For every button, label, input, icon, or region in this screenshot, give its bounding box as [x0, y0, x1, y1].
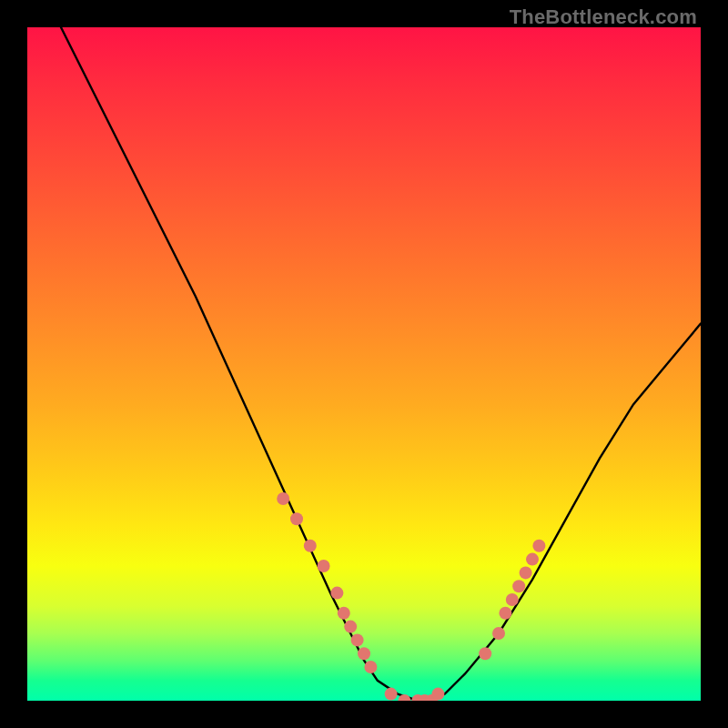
marker-dot — [499, 607, 511, 620]
chart-frame: TheBottleneck.com — [0, 0, 728, 728]
marker-dot — [318, 560, 330, 572]
marker-dot — [479, 647, 491, 660]
marker-dot — [358, 647, 370, 660]
chart-svg — [27, 27, 701, 701]
marker-dot — [304, 540, 317, 552]
data-markers — [277, 492, 545, 701]
marker-dot — [385, 688, 398, 701]
plot-area — [27, 27, 701, 701]
marker-dot — [277, 492, 289, 505]
marker-dot — [492, 627, 505, 640]
marker-dot — [532, 540, 545, 552]
bottleneck-curve — [61, 27, 701, 701]
marker-dot — [364, 661, 377, 673]
marker-dot — [506, 593, 519, 606]
marker-dot — [431, 688, 444, 701]
marker-dot — [344, 621, 357, 633]
marker-dot — [351, 633, 364, 646]
watermark-text: TheBottleneck.com — [510, 5, 697, 29]
marker-dot — [520, 566, 532, 579]
marker-dot — [512, 580, 525, 592]
marker-dot — [290, 512, 303, 525]
marker-dot — [526, 553, 539, 566]
marker-dot — [330, 587, 343, 600]
marker-dot — [338, 607, 350, 620]
